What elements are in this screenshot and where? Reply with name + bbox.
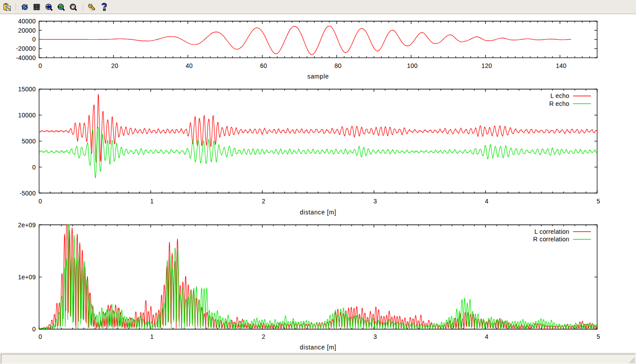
svg-text:L correlation: L correlation [534, 228, 569, 235]
svg-text:-40000: -40000 [16, 54, 36, 61]
svg-text:5000: 5000 [22, 138, 36, 145]
svg-text:0: 0 [38, 198, 42, 205]
svg-text:10000: 10000 [18, 112, 36, 119]
svg-text:120: 120 [481, 62, 492, 69]
svg-text:2: 2 [262, 333, 265, 340]
svg-text:5: 5 [597, 198, 600, 205]
svg-text:4: 4 [485, 198, 488, 205]
svg-text:3: 3 [373, 198, 377, 205]
svg-text:3: 3 [373, 333, 377, 340]
svg-text:0: 0 [32, 164, 36, 171]
svg-text:15000: 15000 [18, 86, 36, 93]
svg-text:1: 1 [150, 333, 154, 340]
svg-text:-5000: -5000 [19, 190, 36, 197]
svg-text:4: 4 [485, 333, 488, 340]
svg-text:L echo: L echo [550, 92, 569, 99]
svg-text:0: 0 [38, 62, 42, 69]
svg-text:sample: sample [307, 73, 329, 80]
svg-text:40000: 40000 [18, 18, 36, 25]
svg-text:2: 2 [262, 198, 265, 205]
svg-text:80: 80 [334, 62, 341, 69]
svg-text:0: 0 [32, 326, 36, 333]
svg-text:0: 0 [38, 333, 42, 340]
svg-text:5: 5 [597, 333, 600, 340]
svg-text:40: 40 [186, 62, 193, 69]
svg-text:1e+09: 1e+09 [18, 274, 36, 281]
svg-text:100: 100 [407, 62, 418, 69]
svg-text:1: 1 [150, 198, 154, 205]
svg-text:20: 20 [111, 62, 118, 69]
svg-text:0: 0 [32, 36, 36, 43]
svg-text:140: 140 [556, 62, 567, 69]
svg-text:R correlation: R correlation [533, 236, 569, 243]
svg-text:60: 60 [260, 62, 267, 69]
svg-text:distance [m]: distance [m] [300, 344, 337, 351]
svg-text:2e+09: 2e+09 [18, 221, 36, 229]
svg-text:-20000: -20000 [16, 45, 36, 52]
svg-text:distance [m]: distance [m] [300, 209, 337, 216]
svg-text:R echo: R echo [549, 100, 569, 107]
svg-text:20000: 20000 [18, 27, 36, 34]
